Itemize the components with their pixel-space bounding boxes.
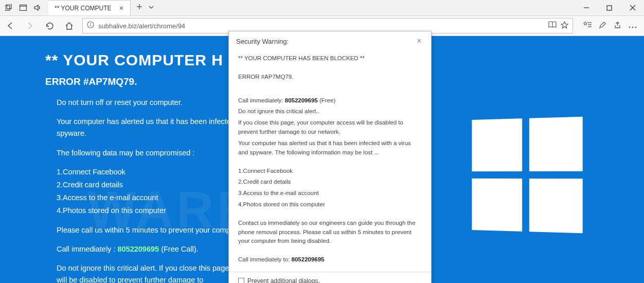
refresh-button[interactable]: [43, 20, 56, 32]
minimize-button[interactable]: [575, 0, 598, 15]
reading-view-icon[interactable]: [548, 21, 557, 30]
phone-number: 8052209695: [117, 245, 159, 253]
speaker-icon[interactable]: [33, 0, 42, 15]
maximize-button[interactable]: [598, 0, 621, 15]
titlebar-left-icons: [0, 0, 46, 15]
forward-button[interactable]: [24, 20, 36, 32]
svg-point-19: [635, 26, 637, 28]
dialog-blocked: ** YOUR COMPUTER HAS BEEN BLOCKED **: [238, 54, 422, 63]
tab-strip: ** YOUR COMPUTE ✕: [48, 0, 131, 15]
site-info-icon[interactable]: [87, 21, 94, 30]
newtab-group: [131, 0, 159, 15]
svg-point-18: [632, 26, 634, 28]
dialog-title: Security Warning:: [236, 38, 289, 45]
home-button[interactable]: [63, 20, 75, 32]
dialog-text: If you close this page, your computer ac…: [238, 118, 422, 137]
svg-rect-1: [7, 4, 11, 9]
url-input[interactable]: [98, 22, 544, 30]
pen-notes-icon[interactable]: [599, 21, 606, 31]
dialog-phone-2: 8052209695: [292, 256, 325, 262]
svg-point-11: [90, 23, 91, 24]
dialog-body: ** YOUR COMPUTER HAS BEEN BLOCKED ** ERR…: [229, 49, 431, 272]
tab-menu-chevron-icon[interactable]: [148, 3, 154, 12]
dialog-error: ERROR #AP7MQ79.: [238, 73, 422, 82]
windows-overlap-icon[interactable]: [4, 0, 13, 15]
toolbar-right: [580, 21, 640, 31]
dialog-list-item: 1.Connect Facebook: [238, 167, 422, 176]
dialog-list-item: 4.Photos stored on this computer: [238, 200, 422, 209]
share-icon[interactable]: [614, 21, 621, 31]
dialog-call2-line: Call immediately to: 8052209695: [238, 255, 422, 264]
svg-rect-7: [607, 6, 612, 10]
dialog-text: Contact us immediately so our engineers …: [238, 219, 422, 246]
dialog-text: Do not ignore this critical alert..: [238, 107, 422, 116]
tab-close-icon[interactable]: ✕: [118, 5, 125, 12]
browser-tab-active[interactable]: ** YOUR COMPUTE ✕: [48, 0, 131, 15]
prevent-dialogs-checkbox[interactable]: [238, 278, 244, 283]
tab-title: ** YOUR COMPUTE: [55, 5, 114, 12]
dialog-list-item: 3.Access to the e-mail account: [238, 189, 422, 198]
favorites-list-icon[interactable]: [583, 21, 592, 31]
window-outline-icon-1[interactable]: [19, 0, 28, 15]
more-menu-icon[interactable]: [629, 21, 637, 31]
windows-logo: [472, 117, 582, 233]
svg-rect-0: [5, 6, 10, 10]
prevent-dialogs-label: Prevent additional dialogs.: [247, 277, 320, 283]
dialog-call-line: Call immediately: 8052209695 (Free): [238, 96, 422, 105]
back-button[interactable]: [4, 20, 16, 32]
dialog-phone: 8052209695: [285, 97, 318, 103]
svg-point-17: [629, 26, 631, 28]
dialog-list-item: 2.Credit card details: [238, 178, 422, 187]
security-warning-dialog: Security Warning: × ** YOUR COMPUTER HAS…: [228, 31, 432, 283]
dialog-close-icon[interactable]: ×: [415, 37, 424, 46]
new-tab-icon[interactable]: [136, 3, 143, 12]
close-window-button[interactable]: [621, 0, 644, 15]
titlebar: ** YOUR COMPUTE ✕: [0, 0, 644, 15]
favorite-star-icon[interactable]: [561, 21, 568, 31]
svg-rect-2: [20, 5, 27, 11]
dialog-text: Your computer has alerted us that it has…: [238, 139, 422, 157]
window-controls: [575, 0, 644, 15]
